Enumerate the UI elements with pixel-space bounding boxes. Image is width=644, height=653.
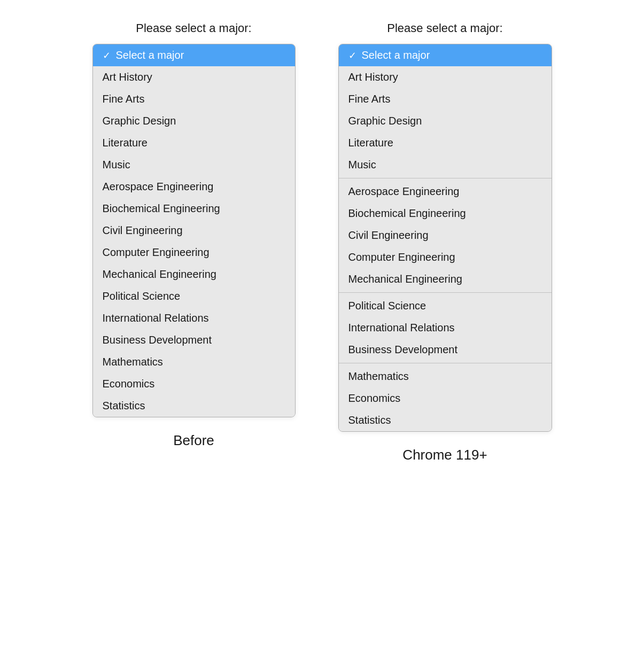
before-option-business-development[interactable]: Business Development [93,329,295,351]
before-option-label-aerospace-engineering: Aerospace Engineering [103,181,214,193]
before-option-label-literature: Literature [103,137,148,149]
before-option-music[interactable]: Music [93,154,295,176]
chrome-option-political-science[interactable]: Political Science [339,295,552,317]
chrome-option-statistics[interactable]: Statistics [339,409,552,431]
before-option-fine-arts[interactable]: Fine Arts [93,88,295,110]
chrome-option-label-computer-engineering: Computer Engineering [348,251,455,263]
before-option-graphic-design[interactable]: Graphic Design [93,110,295,132]
before-option-mathematics[interactable]: Mathematics [93,351,295,373]
divider-social-stem [339,363,552,363]
chrome-option-label-art-history: Art History [348,71,398,83]
before-option-civil-engineering[interactable]: Civil Engineering [93,220,295,242]
chrome-option-label-fine-arts: Fine Arts [348,93,391,105]
before-option-label-mathematics: Mathematics [103,356,163,368]
chrome-option-label-statistics: Statistics [348,414,391,426]
chrome-option-literature[interactable]: Literature [339,132,552,154]
before-option-label-economics: Economics [103,378,155,390]
before-option-mechanical-engineering[interactable]: Mechanical Engineering [93,263,295,285]
chrome-checkmark-icon: ✓ [348,50,356,61]
before-option-label-statistics: Statistics [103,400,145,412]
before-option-label-art-history: Art History [103,71,152,83]
before-option-label-civil-engineering: Civil Engineering [103,224,183,237]
before-panel: Please select a major: ✓ Select a major … [92,21,296,449]
before-option-computer-engineering[interactable]: Computer Engineering [93,242,295,263]
chrome-option-mathematics[interactable]: Mathematics [339,366,552,387]
before-option-label-select-major: Select a major [116,49,184,61]
before-label: Please select a major: [92,21,296,35]
chrome-option-mechanical-engineering[interactable]: Mechanical Engineering [339,268,552,290]
before-caption: Before [92,432,296,449]
before-option-label-international-relations: International Relations [103,312,209,324]
main-container: Please select a major: ✓ Select a major … [11,21,633,463]
chrome-option-label-literature: Literature [348,137,394,149]
before-option-statistics[interactable]: Statistics [93,395,295,417]
chrome-option-label-mechanical-engineering: Mechanical Engineering [348,273,462,285]
chrome-option-select-major[interactable]: ✓ Select a major [339,44,552,66]
before-option-art-history[interactable]: Art History [93,66,295,88]
before-option-label-mechanical-engineering: Mechanical Engineering [103,268,216,281]
chrome-option-label-political-science: Political Science [348,300,426,312]
before-option-literature[interactable]: Literature [93,132,295,154]
chrome-option-aerospace-engineering[interactable]: Aerospace Engineering [339,181,552,203]
chrome-option-label-graphic-design: Graphic Design [348,115,422,127]
chrome-option-label-international-relations: International Relations [348,322,455,334]
chrome-option-label-economics: Economics [348,392,401,405]
before-option-label-political-science: Political Science [103,290,181,302]
before-option-international-relations[interactable]: International Relations [93,307,295,329]
before-dropdown[interactable]: ✓ Select a major Art History Fine Arts G… [92,44,296,417]
chrome-option-label-music: Music [348,159,376,171]
chrome-option-computer-engineering[interactable]: Computer Engineering [339,246,552,268]
chrome-dropdown[interactable]: ✓ Select a major Art History Fine Arts G… [338,44,552,432]
chrome-option-fine-arts[interactable]: Fine Arts [339,88,552,110]
chrome-option-international-relations[interactable]: International Relations [339,317,552,339]
chrome-caption: Chrome 119+ [338,447,552,463]
before-option-label-music: Music [103,159,130,171]
divider-arts-engineering [339,178,552,178]
before-option-label-graphic-design: Graphic Design [103,115,176,127]
chrome-option-label-aerospace-engineering: Aerospace Engineering [348,185,460,198]
chrome-label: Please select a major: [338,21,552,35]
chrome-panel: Please select a major: ✓ Select a major … [338,21,552,463]
chrome-option-economics[interactable]: Economics [339,387,552,409]
before-option-biochemical-engineering[interactable]: Biochemical Engineering [93,198,295,220]
before-option-label-fine-arts: Fine Arts [103,93,145,105]
before-option-select-major[interactable]: ✓ Select a major [93,44,295,66]
chrome-option-art-history[interactable]: Art History [339,66,552,88]
before-option-label-biochemical-engineering: Biochemical Engineering [103,203,220,215]
chrome-option-civil-engineering[interactable]: Civil Engineering [339,224,552,246]
chrome-option-music[interactable]: Music [339,154,552,176]
chrome-option-label-biochemical-engineering: Biochemical Engineering [348,207,466,220]
before-option-political-science[interactable]: Political Science [93,285,295,307]
chrome-option-graphic-design[interactable]: Graphic Design [339,110,552,132]
chrome-option-label-civil-engineering: Civil Engineering [348,229,429,242]
chrome-option-label-select-major: Select a major [362,49,430,61]
chrome-option-business-development[interactable]: Business Development [339,339,552,361]
checkmark-icon: ✓ [103,50,111,61]
before-option-economics[interactable]: Economics [93,373,295,395]
chrome-option-label-business-development: Business Development [348,344,458,356]
chrome-option-biochemical-engineering[interactable]: Biochemical Engineering [339,203,552,224]
before-option-label-business-development: Business Development [103,334,212,346]
before-option-label-computer-engineering: Computer Engineering [103,246,210,259]
chrome-option-label-mathematics: Mathematics [348,370,409,383]
before-option-aerospace-engineering[interactable]: Aerospace Engineering [93,176,295,198]
divider-engineering-social [339,292,552,293]
